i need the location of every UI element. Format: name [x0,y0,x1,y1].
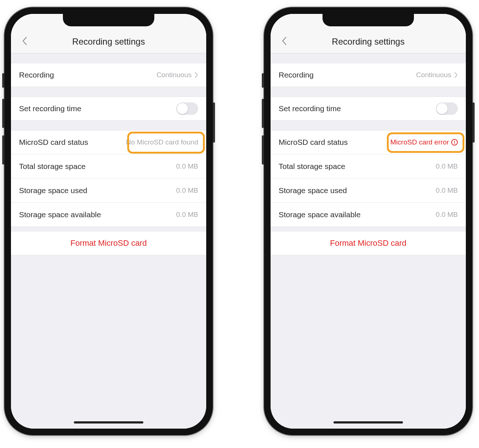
row-value: Continuous [156,71,198,79]
row-set-recording-time: Set recording time [11,97,206,121]
row-value-text: MicroSD card error [391,138,449,146]
volume-down-button [262,135,264,165]
row-label: Total storage space [19,162,86,171]
row-value: 0.0 MB [176,187,198,195]
set-recording-time-switch[interactable] [436,102,458,115]
row-recording-mode[interactable]: Recording Continuous [11,63,206,87]
row-label: MicroSD card status [19,138,88,147]
row-value: 0.0 MB [436,162,458,170]
format-microsd-button[interactable]: Format MicroSD card [271,231,466,255]
back-button[interactable] [279,35,290,46]
row-value: 0.0 MB [436,211,458,219]
screen-content-left: Recording settings Recording Continuous … [11,14,206,429]
phone-frame-left: Recording settings Recording Continuous … [4,7,213,435]
row-microsd-status: MicroSD card status No MicroSD card foun… [11,130,206,154]
row-total-space: Total storage space 0.0 MB [271,154,466,178]
row-label: Storage space available [279,210,361,219]
notch [63,14,154,26]
row-value: Continuous [416,71,458,79]
notch [323,14,414,26]
chevron-left-icon [282,37,287,45]
switch-knob [177,103,188,114]
row-avail-space: Storage space available 0.0 MB [271,203,466,227]
row-used-space: Storage space used 0.0 MB [271,178,466,203]
row-label: Set recording time [19,104,81,113]
screen-content-right: Recording settings Recording Continuous … [271,14,466,429]
switch-knob [437,103,448,114]
format-microsd-button[interactable]: Format MicroSD card [11,231,206,255]
row-label: Recording [19,71,54,79]
page-title: Recording settings [332,37,405,47]
volume-up-button [262,99,264,128]
row-label: Set recording time [279,104,341,113]
chevron-left-icon [22,37,27,45]
row-label: MicroSD card status [279,138,348,147]
phone-screen-left: Recording settings Recording Continuous … [11,14,206,429]
row-label: Storage space used [19,186,87,195]
volume-up-button [2,99,4,128]
row-label: Total storage space [279,162,345,171]
button-label: Format MicroSD card [330,238,406,248]
button-label: Format MicroSD card [70,238,147,248]
page-title: Recording settings [72,37,145,47]
power-button [472,102,475,143]
mute-switch [2,73,4,88]
back-button[interactable] [19,35,30,46]
row-microsd-status: MicroSD card status MicroSD card error ! [271,130,466,154]
row-value: 0.0 MB [176,211,198,219]
mute-switch [262,73,264,88]
row-value: No MicroSD card found [126,138,198,146]
row-label: Recording [279,71,314,79]
error-icon: ! [451,139,458,146]
row-value: 0.0 MB [176,162,198,170]
row-label: Storage space available [19,210,101,219]
row-value: 0.0 MB [436,187,458,195]
row-value: MicroSD card error ! [391,138,458,146]
home-indicator [333,421,403,423]
set-recording-time-switch[interactable] [176,102,198,115]
chevron-right-icon [195,72,198,78]
row-avail-space: Storage space available 0.0 MB [11,203,206,227]
row-total-space: Total storage space 0.0 MB [11,154,206,178]
phone-frame-right: Recording settings Recording Continuous … [264,7,472,435]
row-recording-mode[interactable]: Recording Continuous [271,63,466,87]
volume-down-button [2,135,4,165]
phone-screen-right: Recording settings Recording Continuous … [271,14,466,429]
chevron-right-icon [454,72,458,78]
row-label: Storage space used [279,186,347,195]
row-value-text: Continuous [156,71,192,79]
row-value-text: No MicroSD card found [126,138,198,146]
row-used-space: Storage space used 0.0 MB [11,178,206,203]
row-value-text: Continuous [416,71,451,79]
row-set-recording-time: Set recording time [271,97,466,121]
home-indicator [74,421,143,423]
power-button [213,102,215,143]
